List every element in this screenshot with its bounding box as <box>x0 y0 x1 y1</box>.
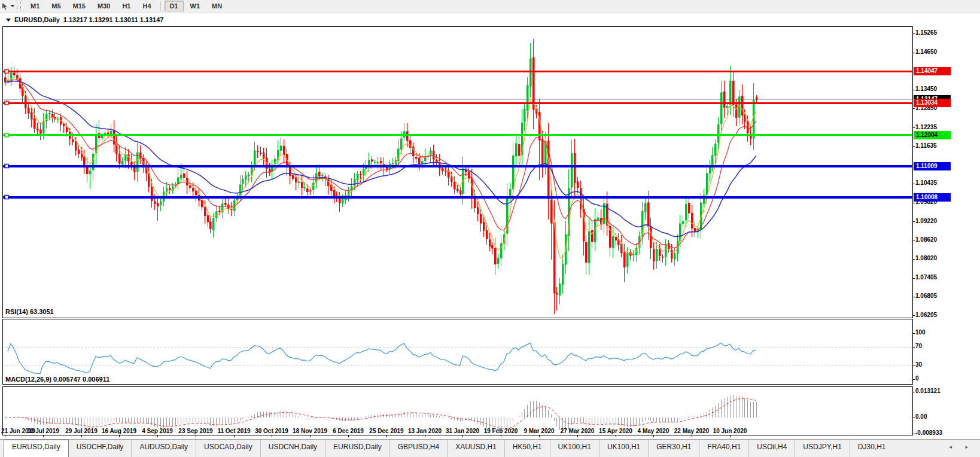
chart-window[interactable]: EURUSD,Daily 1.13217 1.13291 1.13011 1.1… <box>0 13 980 438</box>
timeframe-buttons: M1M5M15M30H1H4D1W1MN <box>25 1 228 11</box>
line-drag-handle[interactable] <box>5 196 8 199</box>
tab-scroll-arrows: ◂ ▸ <box>949 444 974 450</box>
price-chart-canvas[interactable] <box>0 13 980 438</box>
toolbar-grip[interactable] <box>17 2 21 10</box>
chart-tab-xauusd-h1[interactable]: XAUUSD,H1 <box>447 440 504 457</box>
chart-tab-uk100-h1[interactable]: UK100,H1 <box>550 440 599 457</box>
toolbar-separator <box>160 1 161 11</box>
tab-scroll-right-icon[interactable]: ▸ <box>965 444 974 450</box>
chart-tab-eurusd-daily[interactable]: EURUSD,Daily <box>325 440 389 457</box>
chart-tab-gbpusd-h4[interactable]: GBPUSD,H4 <box>389 440 447 457</box>
chart-tab-usdjpy-h1[interactable]: USDJPY,H1 <box>795 440 849 457</box>
chart-tab-uk100-h1[interactable]: UK100,H1 <box>599 440 648 457</box>
timeframe-button-D1[interactable]: D1 <box>165 1 184 11</box>
chart-tab-fra40-h1[interactable]: FRA40,H1 <box>699 440 748 457</box>
main-panel-frame <box>2 26 912 318</box>
timeframe-button-W1[interactable]: W1 <box>185 1 206 11</box>
chart-tab-usdcad-daily[interactable]: USDCAD,Daily <box>196 440 260 457</box>
timeframe-button-M30[interactable]: M30 <box>92 1 115 11</box>
chart-tab-ger30-h1[interactable]: GER30,H1 <box>648 440 699 457</box>
chart-tab-bar: EURUSD,DailyUSDCHF,DailyAUDUSD,DailyUSDC… <box>0 439 980 457</box>
chart-tab-usdcnh-daily[interactable]: USDCNH,Daily <box>260 440 325 457</box>
timeframe-button-H4[interactable]: H4 <box>137 1 156 11</box>
rsi-panel-frame <box>2 319 912 384</box>
chart-tab-usoil-h4[interactable]: USOil,H4 <box>748 440 795 457</box>
toolbar: M1M5M15M30H1H4D1W1MN <box>0 0 980 13</box>
chart-tab-usdchf-daily[interactable]: USDCHF,Daily <box>69 440 132 457</box>
timeframe-button-M5[interactable]: M5 <box>46 1 66 11</box>
timeframe-button-MN[interactable]: MN <box>206 1 227 11</box>
tab-scroll-left-icon[interactable]: ◂ <box>949 444 958 450</box>
chart-tab-eurusd-daily[interactable]: EURUSD,Daily <box>4 440 69 457</box>
macd-panel-frame <box>2 386 912 435</box>
cursor-icon <box>1 2 9 10</box>
chart-tab-hk50-h1[interactable]: HK50,H1 <box>504 440 550 457</box>
chart-tab-audusd-daily[interactable]: AUDUSD,Daily <box>131 440 196 457</box>
dropdown-caret-icon <box>10 5 15 7</box>
chart-tab-dj30-h1[interactable]: DJ30,H1 <box>850 440 894 457</box>
timeframe-button-M1[interactable]: M1 <box>25 1 45 11</box>
line-drag-handle[interactable] <box>5 133 8 137</box>
line-drag-handle[interactable] <box>5 164 8 168</box>
line-drag-handle[interactable] <box>5 101 8 105</box>
timeframe-button-H1[interactable]: H1 <box>117 1 136 11</box>
line-drag-handle[interactable] <box>5 69 8 73</box>
timeframe-button-M15[interactable]: M15 <box>68 1 91 11</box>
chart-tool-icon[interactable] <box>0 1 16 11</box>
